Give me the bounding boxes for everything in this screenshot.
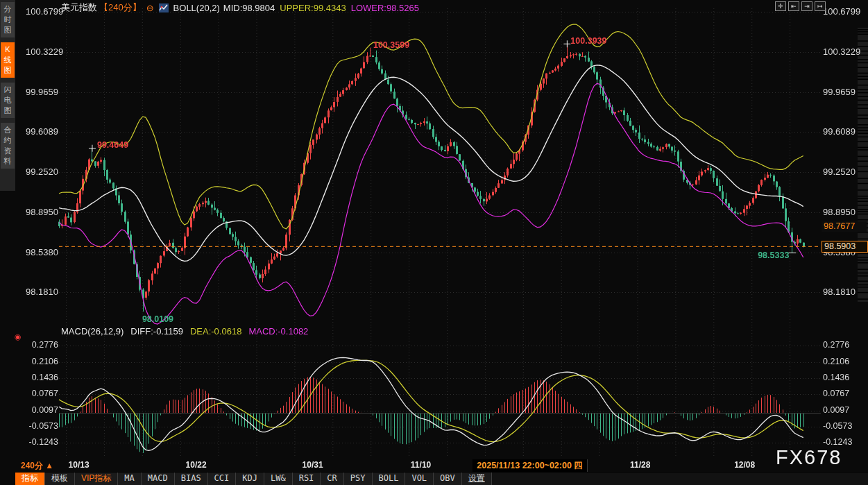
price-axis-label: 98.1810: [26, 287, 58, 297]
price-axis-label: 98.8950: [26, 207, 58, 217]
price-axis-label: 99.2520: [26, 167, 58, 177]
boll-indicator-icon[interactable]: [159, 3, 169, 12]
macd-axis-label: -0.0573: [823, 421, 852, 431]
price-axis-label: 100.6799: [26, 6, 63, 17]
chart-type-sidebar: 分时图K线图闪电图合约资料: [0, 0, 15, 191]
boll-mid-value: MID:98.9804: [223, 3, 275, 13]
sidebar-item-K线图[interactable]: K线图: [1, 42, 15, 78]
toolbar-item-PSY[interactable]: PSY: [344, 473, 373, 485]
extreme-price-label: 100.3599: [373, 40, 409, 50]
toolbar-item-LW&[interactable]: LW&: [264, 473, 293, 485]
macd-axis-label: 0.0767: [823, 389, 849, 398]
red-dot-icon[interactable]: ◉: [15, 332, 22, 341]
price-axis-label: 98.5380: [26, 247, 58, 257]
macd-header: MACD(26,12,9) DIFF:-0.1159 DEA:-0.0618 M…: [61, 326, 308, 337]
crosshair-icon[interactable]: ✛: [775, 1, 786, 11]
toolbar-item-MA[interactable]: MA: [118, 473, 141, 485]
toolbar-item-RSI[interactable]: RSI: [293, 473, 321, 485]
price-axis-label: 98.8950: [823, 207, 856, 217]
toolbar-item-BOLL[interactable]: BOLL: [373, 473, 406, 485]
toolbar-item-模板[interactable]: 模板: [45, 473, 75, 485]
macd-diff-value: DIFF:-0.1159: [130, 326, 183, 337]
price-axis-label: 100.3229: [823, 46, 860, 57]
time-axis-label: 10/22: [186, 460, 207, 470]
macd-macd-value: MACD:-0.1082: [248, 326, 308, 337]
collapse-icon[interactable]: ⊖: [146, 3, 154, 13]
macd-axis-label: 0.0097: [0, 405, 58, 415]
time-axis-label: 10/31: [303, 460, 323, 470]
boll-label: BOLL(20,2): [173, 3, 220, 13]
extreme-price-label: 100.3939: [570, 36, 606, 46]
price-chart-canvas[interactable]: [0, 0, 868, 459]
macd-axis-label: 0.2106: [823, 357, 849, 366]
toolbar-item-CCI[interactable]: CCI: [208, 473, 237, 485]
macd-axis-label: -0.1243: [0, 437, 58, 447]
symbol-title: 美元指数: [61, 1, 97, 14]
extreme-price-label: 98.0109: [142, 314, 173, 324]
time-axis-label: 11/28: [630, 460, 650, 470]
interval-label[interactable]: 240分 ▲: [21, 460, 53, 472]
time-axis-label: 11/10: [411, 460, 431, 470]
time-axis: 240分 ▲ 2025/11/13 22:00~02:00 四 10/1310/…: [0, 459, 868, 473]
chart-toolbox: ✛⇤⇥↦: [775, 1, 826, 11]
toolbar-item-MACD[interactable]: MACD: [142, 473, 175, 485]
macd-axis-label: 0.2776: [0, 340, 58, 350]
interval-badge: 【240分】: [99, 1, 142, 14]
time-axis-label: 12/08: [734, 460, 755, 470]
pan-right-icon[interactable]: ↦: [815, 1, 826, 11]
macd-axis-label: 0.2106: [0, 357, 58, 366]
compress-x-right-icon[interactable]: ⇥: [801, 1, 812, 11]
toolbar-item-设置[interactable]: 设置: [462, 473, 492, 485]
macd-axis-label: 0.2776: [823, 340, 849, 350]
indicator-toolbar: 指标模板VIP指标MAMACDBIASCCIKDJLW&RSICRPSYBOLL…: [15, 472, 868, 485]
price-tag-98.7677: 98.7677: [822, 221, 867, 232]
price-axis-label: 99.6089: [823, 126, 856, 137]
trading-terminal: 美元指数 【240分】 ⊖ BOLL(20,2) MID:98.9804 UPP…: [0, 0, 868, 485]
toolbar-item-VIP指标[interactable]: VIP指标: [75, 473, 118, 485]
price-axis-label: 98.1810: [823, 287, 856, 297]
boll-lower-value: LOWER:98.5265: [351, 3, 419, 13]
price-axis-label: 99.9659: [823, 87, 856, 97]
toolbar-item-BIAS[interactable]: BIAS: [175, 473, 208, 485]
macd-axis-label: -0.1243: [823, 437, 852, 447]
macd-title: MACD(26,12,9): [61, 326, 124, 337]
macd-axis-label: -0.0573: [0, 421, 58, 431]
time-axis-label: 10/13: [69, 460, 90, 470]
price-axis-label: 100.3229: [26, 46, 63, 57]
macd-dea-value: DEA:-0.0618: [190, 326, 241, 337]
toolbar-item-VOL[interactable]: VOL: [405, 473, 434, 485]
toolbar-item-OBV[interactable]: OBV: [434, 473, 462, 485]
extreme-price-label: 99.4649: [97, 140, 128, 150]
sidebar-item-闪电图[interactable]: 闪电图: [1, 83, 15, 118]
crosshair-datetime: 2025/11/13 22:00~02:00 四: [472, 459, 588, 473]
compress-x-left-icon[interactable]: ⇤: [788, 1, 799, 11]
toolbar-item-KDJ[interactable]: KDJ: [236, 473, 264, 485]
macd-axis-label: 0.0097: [823, 405, 849, 415]
extreme-price-label: 98.5333: [758, 250, 789, 260]
sidebar-item-分时图[interactable]: 分时图: [1, 2, 15, 37]
price-axis-label: 100.6799: [823, 6, 860, 17]
boll-upper-value: UPPER:99.4343: [280, 3, 346, 13]
toolbar-item-指标[interactable]: 指标: [15, 473, 45, 485]
macd-axis-label: 0.1436: [0, 373, 58, 382]
chart-header: 美元指数 【240分】 ⊖ BOLL(20,2) MID:98.9804 UPP…: [61, 1, 419, 14]
toolbar-item-CR[interactable]: CR: [321, 473, 343, 485]
sidebar-item-合约资料[interactable]: 合约资料: [1, 123, 15, 169]
price-axis-label: 99.9659: [26, 87, 58, 97]
price-axis-label: 99.2520: [823, 167, 856, 177]
macd-axis-label: 0.0767: [0, 389, 58, 398]
price-tag-98.5903: 98.5903: [822, 241, 868, 253]
price-axis-label: 99.6089: [26, 126, 58, 137]
macd-axis-label: 0.1436: [823, 373, 849, 382]
